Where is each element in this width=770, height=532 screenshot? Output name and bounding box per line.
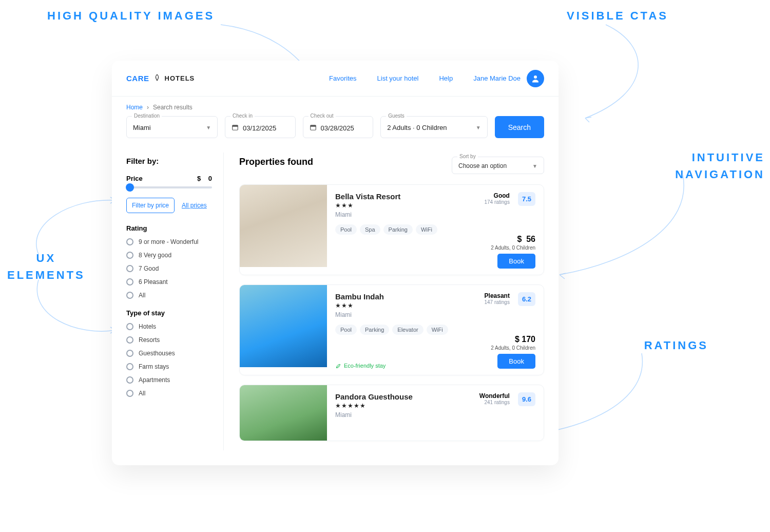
price: $ 170	[491, 335, 535, 344]
rating-block: Pleasant 147 ratings 6.2	[484, 292, 535, 335]
rating-label: Wonderful	[479, 392, 510, 400]
rating-option[interactable]: 6 Pleasant	[126, 278, 212, 286]
calendar-icon	[310, 124, 317, 132]
nav-favorites[interactable]: Favorites	[329, 74, 356, 82]
amenities: Pool Spa Parking WiFi	[335, 224, 437, 235]
avatar	[527, 70, 544, 87]
callout-ux-text: UXELEMENTS	[7, 252, 85, 281]
rating-count: 147 ratings	[484, 299, 509, 305]
filters-panel: Filter by: Price $ 0 Filter by price All…	[126, 153, 224, 450]
price: $ 56	[491, 235, 535, 244]
amenity-pill: Parking	[383, 224, 413, 235]
price-slider[interactable]	[126, 186, 212, 188]
brand[interactable]: CARE HOTELS	[126, 74, 195, 83]
amenity-pill: WiFi	[416, 224, 437, 235]
callout-ratings: RATINGS	[644, 339, 708, 352]
search-button[interactable]: Search	[495, 116, 544, 138]
filter-section-stay: Type of stay Hotels Resorts Guesthouses …	[126, 309, 212, 397]
eco-badge: Eco-friendly stay	[335, 363, 386, 369]
radio-icon	[126, 323, 133, 330]
property-image	[240, 385, 327, 441]
amenity-pill: Pool	[335, 224, 357, 235]
filters-title: Filter by:	[126, 157, 212, 165]
rating-count: 241 ratings	[479, 400, 510, 405]
checkout-value: 03/28/2025	[321, 124, 354, 132]
destination-select[interactable]: Destination Miami ▼	[126, 116, 218, 138]
rating-score-badge: 9.6	[518, 392, 535, 406]
user-menu[interactable]: Jane Marie Doe	[473, 70, 544, 87]
nav-list-hotel[interactable]: List your hotel	[377, 74, 419, 82]
stay-option[interactable]: Guesthouses	[126, 350, 212, 357]
chevron-down-icon: ▼	[532, 163, 537, 169]
search-row: Destination Miami ▼ Check in 03/12/2025 …	[112, 116, 559, 153]
radio-icon	[126, 265, 133, 272]
amenity-pill: Pool	[335, 325, 357, 335]
property-card[interactable]: Pandora Guesthouse ★★★★★ Miami Wonderful…	[239, 385, 544, 441]
sort-value: Choose an option	[458, 162, 507, 169]
stay-option[interactable]: Hotels	[126, 323, 212, 330]
book-button[interactable]: Book	[497, 354, 535, 369]
filter-by-price-button[interactable]: Filter by price	[126, 198, 175, 213]
leaf-icon	[153, 74, 161, 83]
slider-thumb[interactable]	[126, 183, 134, 192]
amenity-pill: WiFi	[427, 325, 448, 335]
property-card[interactable]: Bella Vista Resort ★★★ Miami Pool Spa Pa…	[239, 184, 544, 275]
radio-icon	[126, 292, 133, 299]
arrow-nav	[549, 169, 714, 298]
callout-nav: INTUITIVENAVIGATION	[675, 149, 765, 183]
sort-select[interactable]: Sort by Choose an option ▼	[452, 157, 544, 174]
nav-links: Favorites List your hotel Help Jane Mari…	[329, 70, 544, 87]
all-prices-link[interactable]: All prices	[182, 202, 207, 209]
radio-icon	[126, 376, 133, 384]
checkout-label: Check out	[309, 113, 336, 119]
app-window: CARE HOTELS Favorites List your hotel He…	[112, 61, 559, 465]
rating-score-badge: 6.2	[518, 292, 535, 306]
amenity-pill: Spa	[360, 224, 380, 235]
results-title: Properties found	[239, 157, 313, 167]
star-rating: ★★★	[335, 302, 448, 309]
filter-section-rating: Rating 9 or more - Wonderful 8 Very good…	[126, 224, 212, 299]
rating-option[interactable]: 8 Very good	[126, 252, 212, 259]
rating-option[interactable]: All	[126, 292, 212, 299]
brand-care: CARE	[126, 74, 149, 83]
stay-option[interactable]: Resorts	[126, 336, 212, 344]
rating-option[interactable]: 9 or more - Wonderful	[126, 238, 212, 245]
user-name: Jane Marie Doe	[473, 74, 521, 82]
nav-help[interactable]: Help	[439, 74, 453, 82]
stay-option[interactable]: All	[126, 390, 212, 397]
rating-title: Rating	[126, 224, 212, 232]
checkout-field[interactable]: Check out 03/28/2025	[303, 116, 374, 138]
leaf-icon	[335, 363, 341, 369]
rating-label: Pleasant	[484, 292, 509, 299]
property-name: Bella Vista Resort	[335, 192, 437, 201]
checkin-field[interactable]: Check in 03/12/2025	[225, 116, 296, 138]
property-city: Miami	[335, 311, 448, 318]
amenity-pill: Elevator	[392, 325, 423, 335]
radio-icon	[126, 390, 133, 397]
guests-value: 2 Adults · 0 Children	[387, 124, 447, 131]
property-card[interactable]: Bambu Indah ★★★ Miami Pool Parking Eleva…	[239, 284, 544, 375]
star-rating: ★★★★★	[335, 402, 413, 409]
chevron-right-icon: ›	[147, 104, 149, 111]
topbar: CARE HOTELS Favorites List your hotel He…	[112, 61, 559, 97]
rating-block: Wonderful 241 ratings 9.6	[479, 392, 535, 425]
rating-count: 174 ratings	[484, 199, 509, 205]
callout-images: HIGH QUALITY IMAGES	[47, 9, 215, 23]
rating-score-badge: 7.5	[518, 192, 535, 206]
callout-ctas: VISIBLE CTAS	[567, 9, 668, 23]
rating-option[interactable]: 7 Good	[126, 265, 212, 272]
checkin-label: Check in	[230, 113, 255, 119]
stay-option[interactable]: Apartments	[126, 376, 212, 384]
star-rating: ★★★	[335, 202, 437, 209]
radio-icon	[126, 363, 133, 370]
stay-option[interactable]: Farm stays	[126, 363, 212, 370]
price-label: Price	[126, 175, 143, 182]
rating-block: Good 174 ratings 7.5	[484, 192, 535, 235]
radio-icon	[126, 252, 133, 259]
guests-select[interactable]: Guests 2 Adults · 0 Children ▼	[380, 116, 488, 138]
crumb-home[interactable]: Home	[126, 104, 143, 111]
radio-icon	[126, 278, 133, 286]
property-city: Miami	[335, 211, 437, 218]
book-button[interactable]: Book	[497, 254, 535, 269]
radio-icon	[126, 350, 133, 357]
